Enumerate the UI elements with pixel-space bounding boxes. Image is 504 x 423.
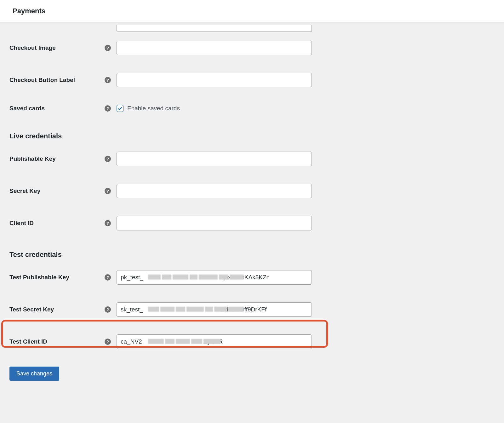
- redaction-overlay: [148, 305, 244, 314]
- label-test-client-id: Test Client ID: [9, 338, 47, 345]
- help-icon[interactable]: ?: [105, 306, 111, 313]
- row-checkout-button-label: Checkout Button Label ?: [9, 64, 495, 96]
- help-icon[interactable]: ?: [105, 274, 111, 281]
- client-id-input[interactable]: [117, 216, 312, 230]
- label-saved-cards: Saved cards: [9, 105, 45, 112]
- row-publishable-key: Publishable Key ?: [9, 143, 495, 175]
- help-icon[interactable]: ?: [105, 220, 111, 226]
- help-icon[interactable]: ?: [105, 105, 111, 112]
- secret-key-input[interactable]: [117, 184, 312, 198]
- redaction-overlay: [148, 337, 221, 346]
- label-publishable-key: Publishable Key: [9, 155, 56, 162]
- previous-field-partial[interactable]: [117, 25, 312, 32]
- row-saved-cards: Saved cards ? Enable saved cards: [9, 96, 495, 121]
- check-icon: [118, 107, 122, 110]
- checkout-button-label-input[interactable]: [117, 73, 312, 87]
- publishable-key-input[interactable]: [117, 152, 312, 166]
- saved-cards-checkbox-label: Enable saved cards: [127, 105, 180, 112]
- help-icon[interactable]: ?: [105, 156, 111, 162]
- section-test-credentials: Test credentials: [9, 239, 495, 261]
- saved-cards-checkbox[interactable]: [117, 105, 123, 112]
- checkout-image-input[interactable]: [117, 41, 312, 55]
- section-live-credentials: Live credentials: [9, 121, 495, 143]
- help-icon[interactable]: ?: [105, 188, 111, 194]
- page-title: Payments: [13, 7, 491, 15]
- label-checkout-image: Checkout Image: [9, 44, 56, 51]
- settings-form: Checkout Image ? Checkout Button Label ?…: [0, 25, 504, 393]
- help-icon[interactable]: ?: [105, 77, 111, 83]
- label-test-secret-key: Test Secret Key: [9, 306, 54, 313]
- row-test-client-id: Test Client ID ?: [9, 326, 495, 358]
- row-client-id: Client ID ?: [9, 207, 495, 239]
- save-button[interactable]: Save changes: [9, 367, 59, 381]
- row-test-publishable-key: Test Publishable Key ?: [9, 261, 495, 293]
- label-checkout-button-label: Checkout Button Label: [9, 77, 75, 84]
- label-test-publishable-key: Test Publishable Key: [9, 274, 69, 281]
- row-secret-key: Secret Key ?: [9, 175, 495, 207]
- label-secret-key: Secret Key: [9, 188, 40, 194]
- row-checkout-image: Checkout Image ?: [9, 32, 495, 64]
- help-icon[interactable]: ?: [105, 45, 111, 51]
- help-icon[interactable]: ?: [105, 339, 111, 345]
- redaction-overlay: [148, 273, 244, 281]
- row-test-secret-key: Test Secret Key ?: [9, 293, 495, 326]
- label-client-id: Client ID: [9, 220, 34, 227]
- page-header: Payments: [0, 0, 504, 22]
